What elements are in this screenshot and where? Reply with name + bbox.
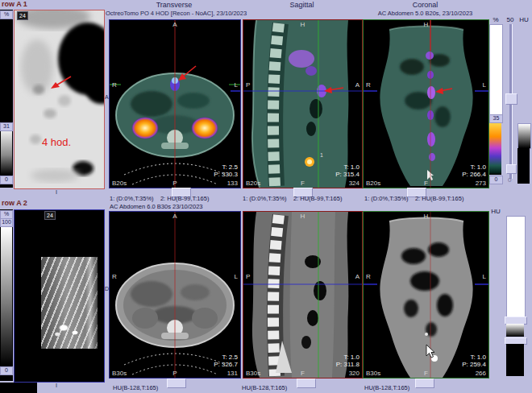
- viewport-fused-transverse[interactable]: A R L T: 2.5P: 330.3 B20s P 133: [109, 19, 241, 188]
- viewport-ct-sagittal[interactable]: H P A T: 1.0P: 311.8 B30s F 320: [243, 211, 363, 379]
- viewport-ct-mip[interactable]: 24: [14, 209, 105, 383]
- study-label-ct-row2: AC Abdomen 6.0 B30s 23/10/2023: [110, 203, 203, 210]
- row-a1-title: row A 1: [2, 0, 27, 8]
- orient-right: A: [355, 273, 360, 280]
- hu-white-bar-lower[interactable]: [506, 216, 526, 317]
- hu-black-bar-lower[interactable]: [506, 344, 524, 376]
- blend-slider-thumb-lower[interactable]: [506, 164, 517, 174]
- fusion-params-coronal: 1: (D:0%,T:35%) 2: HU(B-99,T:165): [364, 195, 463, 202]
- slice-number: 273: [476, 180, 486, 187]
- orient-top: H: [243, 213, 362, 220]
- slice-number: 131: [227, 370, 238, 377]
- row-a1-gradient[interactable]: [1, 131, 12, 175]
- zoom-pos-readout: T: 1.0P: 266.4: [462, 163, 486, 178]
- fusion-params-sagittal: 1: (D:0%,T:35%) 2: HU(B-99,T:165): [243, 195, 342, 202]
- orient-bottom: F: [243, 180, 362, 187]
- spect-colormap-gradient[interactable]: [489, 123, 501, 175]
- zoom-pos-readout: T: 1.0P: 311.8: [336, 354, 360, 368]
- hu-window-coronal: HU(B-128,T:165): [364, 384, 409, 391]
- hu-window-sagittal: HU(B-128,T:165): [242, 384, 287, 391]
- orient-right: L: [483, 273, 486, 280]
- frame-number: 24: [44, 211, 56, 220]
- study-label-ct: AC Abdomen 5.0 B20s, 23/10/2023: [360, 10, 491, 17]
- hu-black-bar-upper[interactable]: [517, 148, 530, 184]
- hu-scale-header-lower: HU: [488, 208, 503, 215]
- slice-scroll-thumb-coronal-ct[interactable]: [415, 379, 434, 388]
- spect-threshold-lower[interactable]: 0: [489, 176, 503, 184]
- viewport-fused-sagittal[interactable]: 1 H P A T: 1.0P: 315.4 B20s F 324: [243, 19, 363, 188]
- spect-threshold-upper[interactable]: 35: [489, 114, 503, 123]
- row-a2-gradient[interactable]: [1, 227, 12, 366]
- slice-scroll-thumb-transverse-ct[interactable]: [167, 379, 186, 388]
- planar-scinti-image: [15, 10, 104, 188]
- viewport-ct-coronal[interactable]: H R L T: 1.0P: 259.4 B30s F 266: [363, 211, 489, 379]
- viewport-ct-transverse[interactable]: A R L T: 2.5P: 326.7 B30s P 131: [109, 211, 241, 379]
- orient-bottom: P: [110, 370, 240, 377]
- orient-left: R: [112, 273, 117, 280]
- fusion-workstation: { "left": { "rowA1": { "title": "row A 1…: [0, 0, 532, 393]
- hu-scale-header: HU: [517, 16, 531, 23]
- fused-sagittal-anatomy: [252, 20, 349, 188]
- row-a2-scalebar[interactable]: % 100 0: [0, 209, 13, 381]
- orient-left: P: [246, 273, 250, 280]
- row-a2-scale-lower[interactable]: 0: [0, 366, 13, 375]
- hu-window-transverse: HU(B-128,T:165): [113, 384, 158, 391]
- orient-left: R: [112, 81, 117, 89]
- orient-top: H: [364, 21, 488, 28]
- fused-transverse-image: [110, 20, 240, 188]
- zoom-pos-readout: T: 2.5P: 326.7: [214, 354, 238, 368]
- orient-right: L: [483, 81, 486, 89]
- zoom-pos-readout: T: 2.5P: 330.3: [214, 163, 238, 178]
- blend-slider-thumb[interactable]: [505, 93, 517, 105]
- hu-gradient-lower[interactable]: [506, 324, 524, 337]
- spect-colorbar-upper[interactable]: [489, 24, 503, 115]
- slice-number: 133: [227, 180, 238, 187]
- orient-bottom: F: [243, 370, 362, 377]
- orient-bottom: F: [364, 370, 488, 377]
- slice-number: 266: [476, 370, 486, 377]
- percent-scale-header: %: [489, 16, 502, 23]
- blend-slider-zero: 0: [508, 176, 511, 184]
- slice-number: 320: [349, 370, 360, 377]
- viewport-fused-coronal[interactable]: H R L T: 1.0P: 266.4 B20s F 273: [363, 19, 489, 188]
- orient-bottom: P: [110, 180, 240, 187]
- ct-mip-spine-band: [85, 257, 98, 349]
- orient-right: L: [235, 273, 238, 280]
- row-a1-orient-right: A: [105, 94, 109, 101]
- row-a2-orient-bottom: I: [56, 383, 57, 389]
- orient-left: R: [366, 81, 371, 89]
- row-a1-scale-unit: %: [0, 10, 13, 19]
- orient-right: L: [235, 81, 238, 89]
- viewport-planar-scinti[interactable]: 24 4 hod.: [14, 10, 105, 189]
- zoom-pos-readout: T: 1.0P: 259.4: [462, 354, 486, 368]
- frame-number: 24: [17, 11, 28, 20]
- slice-scroll-thumb-sagittal-ct[interactable]: [297, 379, 316, 388]
- header-transverse: Transverse: [109, 1, 239, 9]
- row-a2-title: row A 2: [2, 199, 27, 207]
- header-sagittal: Sagittal: [243, 1, 361, 9]
- time-annotation: 4 hod.: [42, 136, 71, 148]
- orient-top: H: [243, 21, 362, 28]
- orient-top: A: [110, 21, 240, 28]
- row-a1-orient-bottom: I: [56, 189, 57, 196]
- orient-top: H: [364, 213, 488, 220]
- fused-coronal-image: [364, 20, 488, 188]
- hu-gradient-upper[interactable]: [517, 123, 531, 149]
- orient-left: R: [366, 273, 371, 280]
- orient-left: P: [246, 81, 250, 89]
- study-label-spect: OctreoTomo PO 4 HOD [Recon - NoAC], 23/1…: [106, 10, 244, 17]
- corner-filler: [0, 383, 37, 393]
- orient-bottom: F: [364, 180, 488, 187]
- fusion-params-transverse: 1: (D:0%,T:35%) 2: HU(B-99,T:165): [110, 195, 209, 202]
- row-a1-scale-lower[interactable]: 0: [0, 176, 13, 184]
- orient-top: A: [110, 213, 240, 220]
- fused-coronal-anatomy: [380, 27, 472, 187]
- mid-scale-header: 50: [504, 16, 517, 23]
- zoom-pos-readout: T: 1.0P: 315.4: [335, 163, 360, 178]
- row-a1-scalebar[interactable]: % 31 0: [0, 10, 13, 188]
- roi-marker: 1: [320, 152, 323, 158]
- row-a1-scale-upper[interactable]: 31: [0, 122, 13, 131]
- orient-right: A: [355, 81, 360, 89]
- fused-sagittal-image: 1: [243, 20, 362, 188]
- row-a2-scale-upper[interactable]: 100: [0, 218, 13, 227]
